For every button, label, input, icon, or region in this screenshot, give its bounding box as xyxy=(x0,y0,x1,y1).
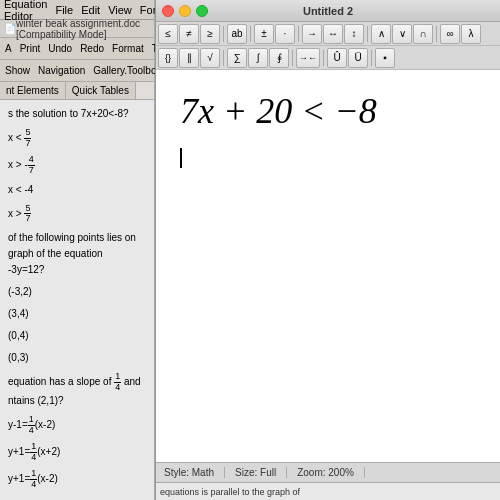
word-titlebar: 📄 winter beak assignment.doc [Compatibil… xyxy=(0,20,154,38)
eq-text-cursor xyxy=(180,148,182,168)
btn-arrow-down-up[interactable]: ↕ xyxy=(344,24,364,44)
btn-plusminus[interactable]: ± xyxy=(254,24,274,44)
option2-d: (0,3) xyxy=(8,350,146,366)
option-b: x > -47 xyxy=(8,155,146,176)
tab-elements[interactable]: nt Elements xyxy=(0,82,66,99)
equation-formula: 7x + 20 < −8 xyxy=(180,90,476,132)
btn-U-uml[interactable]: Ü xyxy=(348,48,368,68)
toolbar-show[interactable]: Show xyxy=(2,64,33,77)
word-toolbar1: A Print Undo Redo Format Tables.Columns xyxy=(0,38,154,60)
option2-c: (0,4) xyxy=(8,328,146,344)
btn-parallel[interactable]: ∥ xyxy=(179,48,199,68)
eq-content-area[interactable]: 7x + 20 < −8 xyxy=(156,70,500,462)
toolbar-navigation[interactable]: Navigation xyxy=(35,64,88,77)
sep3 xyxy=(298,26,299,42)
btn-neq[interactable]: ≠ xyxy=(179,24,199,44)
menu-file[interactable]: File xyxy=(55,4,73,16)
btn-lambda[interactable]: λ xyxy=(461,24,481,44)
word-content: s the solution to 7x+20<-8? x < 57 x > -… xyxy=(0,100,154,500)
btn-dot[interactable]: · xyxy=(275,24,295,44)
option-c: x < -4 xyxy=(8,182,146,198)
window-controls xyxy=(162,5,208,17)
option2-a: (-3,2) xyxy=(8,284,146,300)
question3-text: equation has a slope of 14 andntains (2,… xyxy=(8,372,146,409)
maximize-button[interactable] xyxy=(196,5,208,17)
btn-braces[interactable]: {} xyxy=(158,48,178,68)
option-d: x > 57 xyxy=(8,204,146,225)
word-toolbar2: Show Navigation Gallery.Toolbox xyxy=(0,60,154,82)
btn-infinity[interactable]: ∞ xyxy=(440,24,460,44)
word-tabs: nt Elements Quick Tables xyxy=(0,82,154,100)
word-doc-title: winter beak assignment.doc [Compatibilit… xyxy=(16,18,150,40)
toolbar-A[interactable]: A xyxy=(2,42,15,55)
window-title: Untitled 2 xyxy=(303,5,353,17)
minimize-button[interactable] xyxy=(179,5,191,17)
btn-leq[interactable]: ≤ xyxy=(158,24,178,44)
menu-edit[interactable]: Edit xyxy=(81,4,100,16)
btn-geq[interactable]: ≥ xyxy=(200,24,220,44)
btn-arrow-right[interactable]: → xyxy=(302,24,322,44)
sep6 xyxy=(223,50,224,66)
option3-a: y-1=14(x-2) xyxy=(8,415,146,436)
word-editor: Equation Editor File Edit View Format St… xyxy=(0,0,155,500)
tab-quick-tables[interactable]: Quick Tables xyxy=(66,82,136,99)
btn-arrows-lr[interactable]: →← xyxy=(296,48,320,68)
word-doc-icon: 📄 xyxy=(4,23,16,34)
status-zoom: Zoom: 200% xyxy=(287,467,365,478)
question2-text: of the following points lies ongraph of … xyxy=(8,230,146,278)
question1-text: s the solution to 7x+20<-8? xyxy=(8,106,146,122)
option2-b: (3,4) xyxy=(8,306,146,322)
toolbar-format[interactable]: Format xyxy=(109,42,147,55)
btn-contour[interactable]: ∮ xyxy=(269,48,289,68)
option3-b: y+1=14(x+2) xyxy=(8,442,146,463)
status-style: Style: Math xyxy=(164,467,225,478)
bottom-bar: equations is parallel to the graph of xyxy=(156,482,500,500)
sep5 xyxy=(436,26,437,42)
btn-arrow-double[interactable]: ↔ xyxy=(323,24,343,44)
window-titlebar: Untitled 2 xyxy=(156,0,500,22)
sep8 xyxy=(323,50,324,66)
equation-editor-window: Untitled 2 ≤ ≠ ≥ ab ± · → ↔ ↕ ∧ ∨ ∩ ∞ λ … xyxy=(155,0,500,500)
bottom-text: equations is parallel to the graph of xyxy=(160,487,300,497)
toolbar-redo[interactable]: Redo xyxy=(77,42,107,55)
eq-statusbar: Style: Math Size: Full Zoom: 200% xyxy=(156,462,500,482)
btn-misc[interactable]: ▪ xyxy=(375,48,395,68)
toolbar-gallery[interactable]: Gallery.Toolbox xyxy=(90,64,164,77)
btn-U-hat[interactable]: Û xyxy=(327,48,347,68)
sep7 xyxy=(292,50,293,66)
btn-sqrt[interactable]: √ xyxy=(200,48,220,68)
option3-c: y+1=14(x-2) xyxy=(8,469,146,490)
close-button[interactable] xyxy=(162,5,174,17)
option-a: x < 57 xyxy=(8,128,146,149)
status-size: Size: Full xyxy=(225,467,287,478)
eq-toolbar-row2: {} ∥ √ ∑ ∫ ∮ →← Û Ü ▪ xyxy=(156,46,500,70)
sep9 xyxy=(371,50,372,66)
btn-or[interactable]: ∨ xyxy=(392,24,412,44)
btn-and[interactable]: ∧ xyxy=(371,24,391,44)
btn-integral[interactable]: ∫ xyxy=(248,48,268,68)
btn-ab[interactable]: ab xyxy=(227,24,247,44)
btn-intersect[interactable]: ∩ xyxy=(413,24,433,44)
toolbar-print[interactable]: Print xyxy=(17,42,44,55)
sep4 xyxy=(367,26,368,42)
toolbar-undo[interactable]: Undo xyxy=(45,42,75,55)
sep1 xyxy=(223,26,224,42)
sep2 xyxy=(250,26,251,42)
btn-sum[interactable]: ∑ xyxy=(227,48,247,68)
eq-toolbar-row1: ≤ ≠ ≥ ab ± · → ↔ ↕ ∧ ∨ ∩ ∞ λ xyxy=(156,22,500,46)
menu-view[interactable]: View xyxy=(108,4,132,16)
